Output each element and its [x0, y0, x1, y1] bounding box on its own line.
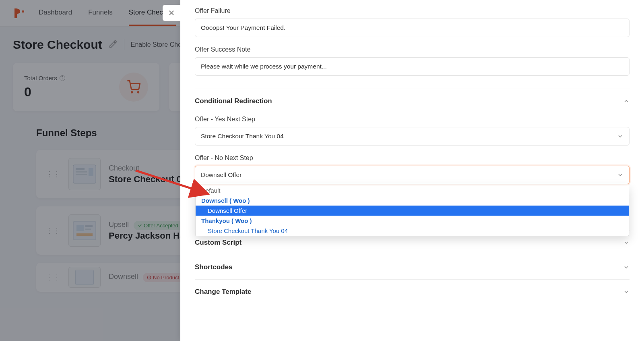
offer-failure-input[interactable]	[195, 19, 630, 37]
offer-yes-label: Offer - Yes Next Step	[195, 116, 630, 123]
offer-no-dropdown: Default Downsell ( Woo ) Downsell Offer …	[195, 185, 629, 236]
dropdown-group-downsell: Downsell ( Woo )	[196, 195, 629, 206]
dropdown-option-downsell-offer[interactable]: Downsell Offer	[196, 206, 629, 216]
section-shortcodes[interactable]: Shortcodes	[195, 255, 630, 279]
dropdown-option-thankyou[interactable]: Store Checkout Thank You 04	[196, 226, 629, 236]
chevron-down-icon	[623, 264, 630, 270]
section-conditional-redirection[interactable]: Conditional Redirection	[195, 89, 630, 113]
chevron-down-icon	[617, 172, 623, 178]
section-change-template[interactable]: Change Template	[195, 280, 630, 304]
offer-no-label: Offer - No Next Step	[195, 154, 630, 162]
chevron-down-icon	[617, 133, 623, 139]
settings-drawer: Offer Failure Offer Success Note Conditi…	[180, 0, 644, 341]
offer-success-note-label: Offer Success Note	[195, 46, 630, 53]
chevron-down-icon	[623, 239, 630, 246]
offer-failure-label: Offer Failure	[195, 7, 630, 15]
offer-yes-select[interactable]: Store Checkout Thank You 04	[195, 127, 630, 146]
chevron-down-icon	[623, 289, 630, 295]
dropdown-group-thankyou: Thankyou ( Woo )	[196, 216, 629, 226]
close-icon[interactable]	[163, 5, 180, 21]
dropdown-option-default[interactable]: Default	[196, 185, 629, 195]
offer-success-note-input[interactable]	[195, 57, 630, 76]
offer-no-select[interactable]: Downsell Offer Default Downsell ( Woo ) …	[195, 166, 630, 184]
chevron-up-icon	[623, 98, 630, 104]
